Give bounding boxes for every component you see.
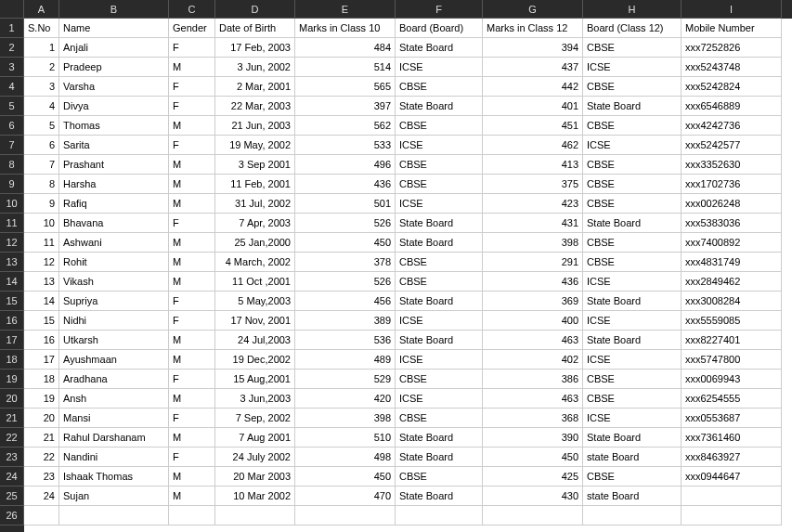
cell[interactable]: 420 — [295, 389, 396, 409]
cell[interactable] — [682, 506, 782, 526]
cell[interactable]: 501 — [295, 194, 396, 214]
col-header-A[interactable]: A — [24, 0, 59, 19]
row-header[interactable]: 15 — [0, 292, 24, 311]
cell[interactable]: Anjali — [59, 38, 169, 58]
cell[interactable]: 7 — [24, 155, 59, 175]
cell[interactable]: 529 — [295, 370, 396, 389]
cell[interactable]: 5 May,2003 — [215, 292, 295, 311]
cell[interactable]: Rohit — [59, 253, 169, 272]
cell[interactable]: Ishaak Thomas — [59, 467, 169, 487]
cell[interactable]: 291 — [483, 253, 583, 272]
cell[interactable]: xxx8227401 — [682, 331, 782, 350]
cell[interactable]: 498 — [295, 448, 396, 467]
cell[interactable]: 496 — [295, 155, 396, 175]
cell[interactable]: 16 — [24, 331, 59, 350]
header-cell[interactable]: Gender — [169, 19, 215, 38]
col-header-E[interactable]: E — [295, 0, 396, 19]
cell[interactable]: State Board — [583, 292, 682, 311]
cell[interactable]: Sarita — [59, 136, 169, 155]
row-header[interactable]: 20 — [0, 389, 24, 409]
cell[interactable]: 19 — [24, 389, 59, 409]
cell[interactable]: Rafiq — [59, 194, 169, 214]
cell[interactable]: 22 Mar, 2003 — [215, 97, 295, 116]
cell[interactable]: F — [169, 311, 215, 331]
cell[interactable]: F — [169, 292, 215, 311]
row-header[interactable]: 16 — [0, 311, 24, 331]
cell[interactable]: 536 — [295, 331, 396, 350]
cell[interactable] — [682, 487, 782, 506]
cell[interactable]: xxx4831749 — [682, 253, 782, 272]
cell[interactable]: xxx5242824 — [682, 77, 782, 97]
cell[interactable]: M — [169, 194, 215, 214]
cell[interactable]: Pradeep — [59, 58, 169, 77]
cell[interactable]: 450 — [295, 233, 396, 253]
cell[interactable]: ICSE — [583, 311, 682, 331]
cell[interactable]: F — [169, 97, 215, 116]
cell[interactable] — [169, 506, 215, 526]
cell[interactable]: CBSE — [396, 155, 483, 175]
cell[interactable]: State Board — [583, 97, 682, 116]
cell[interactable]: 24 July 2002 — [215, 448, 295, 467]
col-header-I[interactable]: I — [682, 0, 782, 19]
cell[interactable]: CBSE — [583, 370, 682, 389]
cell[interactable]: 378 — [295, 253, 396, 272]
cell[interactable]: 9 — [24, 194, 59, 214]
cell[interactable]: 3 — [24, 77, 59, 97]
cell[interactable] — [59, 506, 169, 526]
cell[interactable] — [215, 506, 295, 526]
cell[interactable]: 425 — [483, 467, 583, 487]
cell[interactable]: CBSE — [583, 175, 682, 194]
cell[interactable]: 402 — [483, 350, 583, 370]
cell[interactable]: State Board — [396, 233, 483, 253]
cell[interactable]: 19 May, 2002 — [215, 136, 295, 155]
cell[interactable]: 24 Jul,2003 — [215, 331, 295, 350]
cell[interactable]: 2 — [24, 58, 59, 77]
header-cell[interactable]: Name — [59, 19, 169, 38]
cell[interactable] — [396, 506, 483, 526]
cell[interactable]: CBSE — [396, 116, 483, 136]
corner-cell[interactable] — [0, 0, 24, 19]
cell[interactable]: 13 — [24, 272, 59, 292]
cell[interactable] — [483, 506, 583, 526]
cell[interactable]: 4 March, 2002 — [215, 253, 295, 272]
cell[interactable]: 2 Mar, 2001 — [215, 77, 295, 97]
cell[interactable]: CBSE — [583, 389, 682, 409]
cell[interactable] — [583, 506, 682, 526]
cell[interactable]: 484 — [295, 38, 396, 58]
cell[interactable]: Nidhi — [59, 311, 169, 331]
cell[interactable]: xxx0026248 — [682, 194, 782, 214]
cell[interactable]: CBSE — [583, 467, 682, 487]
cell[interactable]: State Board — [396, 331, 483, 350]
cell[interactable]: xxx2849462 — [682, 272, 782, 292]
cell[interactable]: M — [169, 58, 215, 77]
cell[interactable]: Utkarsh — [59, 331, 169, 350]
cell[interactable]: 423 — [483, 194, 583, 214]
cell[interactable]: 398 — [295, 409, 396, 428]
cell[interactable]: 450 — [483, 448, 583, 467]
cell[interactable]: 526 — [295, 214, 396, 233]
cell[interactable]: M — [169, 350, 215, 370]
cell[interactable]: 7 Aug 2001 — [215, 428, 295, 448]
cell[interactable]: 31 Jul, 2002 — [215, 194, 295, 214]
cell[interactable]: CBSE — [396, 175, 483, 194]
cell[interactable]: State Board — [583, 214, 682, 233]
cell[interactable]: Ashwani — [59, 233, 169, 253]
cell[interactable]: ICSE — [396, 311, 483, 331]
cell[interactable]: Divya — [59, 97, 169, 116]
cell[interactable]: 20 Mar 2003 — [215, 467, 295, 487]
header-cell[interactable]: Marks in Class 10 — [295, 19, 396, 38]
cell[interactable]: 15 Aug,2001 — [215, 370, 295, 389]
header-cell[interactable]: Board (Board) — [396, 19, 483, 38]
cell[interactable]: 4 — [24, 97, 59, 116]
cell[interactable]: xxx3008284 — [682, 292, 782, 311]
col-header-G[interactable]: G — [483, 0, 583, 19]
cell[interactable]: 533 — [295, 136, 396, 155]
cell[interactable]: Thomas — [59, 116, 169, 136]
header-cell[interactable]: Mobile Number — [682, 19, 782, 38]
cell[interactable]: State Board — [396, 292, 483, 311]
cell[interactable]: xxx7252826 — [682, 38, 782, 58]
row-header[interactable]: 17 — [0, 331, 24, 350]
cell[interactable]: 6 — [24, 136, 59, 155]
cell[interactable]: Sujan — [59, 487, 169, 506]
row-header[interactable]: 7 — [0, 136, 24, 155]
